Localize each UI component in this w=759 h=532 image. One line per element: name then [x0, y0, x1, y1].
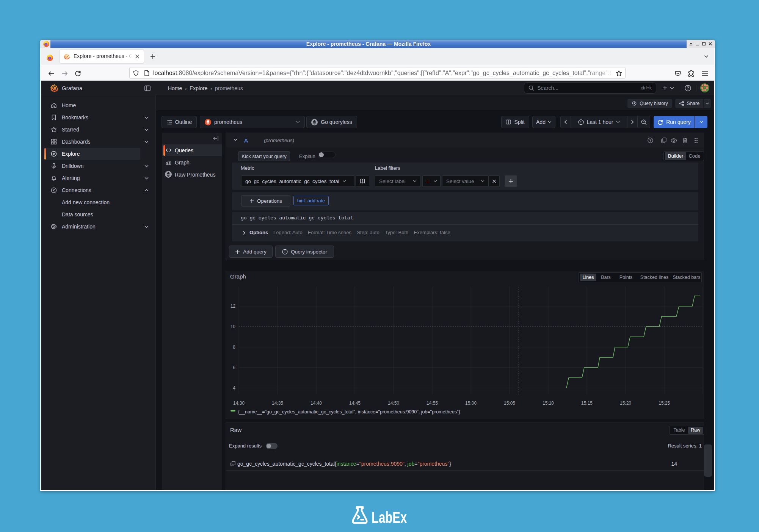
svg-text:15:00: 15:00	[465, 401, 477, 406]
svg-text:15:20: 15:20	[620, 401, 631, 406]
svg-text:12: 12	[231, 304, 236, 309]
svg-text:10: 10	[231, 324, 236, 329]
svg-text:14:50: 14:50	[388, 401, 399, 406]
svg-text:14:30: 14:30	[233, 401, 245, 406]
svg-text:8: 8	[233, 344, 235, 350]
svg-text:14:40: 14:40	[310, 401, 322, 406]
svg-text:6: 6	[233, 365, 235, 370]
svg-text:15:15: 15:15	[581, 401, 593, 406]
svg-text:4: 4	[233, 385, 235, 391]
svg-text:{__name__="go_gc_cycles_automa: {__name__="go_gc_cycles_automatic_gc_cyc…	[238, 409, 460, 415]
svg-text:15:25: 15:25	[659, 401, 670, 406]
svg-text:15:10: 15:10	[543, 401, 554, 406]
svg-text:15:05: 15:05	[504, 401, 515, 406]
svg-text:14:55: 14:55	[427, 401, 438, 406]
svg-text:14:45: 14:45	[349, 401, 361, 406]
svg-text:14:35: 14:35	[272, 401, 283, 406]
